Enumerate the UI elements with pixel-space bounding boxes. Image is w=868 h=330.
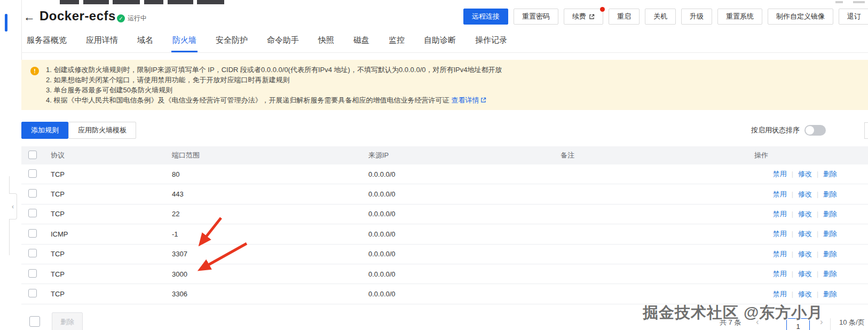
select-all-checkbox[interactable]: [28, 151, 37, 159]
firewall-notice: ! 1. 创建或修改防火墙规则时，限制IP来源可填写单个 IP，CIDR 段或者…: [21, 60, 868, 110]
row-actions-cell: 禁用|修改|删除: [754, 169, 868, 179]
pagination-prev-icon[interactable]: ‹: [756, 317, 759, 327]
row-action-修改[interactable]: 修改: [798, 229, 812, 239]
button-label: 重启: [617, 12, 631, 21]
row-action-修改[interactable]: 修改: [798, 190, 812, 199]
row-checkbox-cell: [21, 289, 51, 299]
warning-icon: !: [30, 67, 39, 75]
tab-磁盘[interactable]: 磁盘: [352, 34, 370, 52]
external-link-icon: [480, 97, 486, 103]
row-action-修改[interactable]: 修改: [798, 289, 812, 299]
upgrade-button[interactable]: 升级: [681, 9, 712, 25]
button-label: 关机: [653, 12, 667, 21]
table-header-row: 协议端口范围来源IP备注操作: [21, 146, 868, 164]
tab-操作记录[interactable]: 操作记录: [474, 34, 508, 52]
tab-域名[interactable]: 域名: [136, 34, 154, 52]
renew-button[interactable]: 续费: [564, 9, 603, 25]
row-action-修改[interactable]: 修改: [798, 249, 812, 259]
button-label: 制作自定义镜像: [776, 12, 825, 21]
tab-安全防护[interactable]: 安全防护: [215, 34, 249, 52]
row-action-修改[interactable]: 修改: [798, 169, 812, 179]
panel-collapse-handle[interactable]: ‹: [9, 193, 17, 219]
table-row: TCP220.0.0.0/0禁用|修改|删除: [21, 205, 868, 224]
row-checkbox-cell: [21, 169, 51, 179]
row-checkbox[interactable]: [28, 189, 37, 198]
row-action-删除[interactable]: 删除: [823, 169, 837, 179]
row-checkbox[interactable]: [28, 209, 37, 217]
source-ip-cell: 0.0.0.0/0: [368, 250, 561, 258]
row-action-删除[interactable]: 删除: [823, 289, 837, 299]
notice-line: 3. 单台服务器最多可创建50条防火墙规则: [46, 85, 859, 95]
tab-自助诊断[interactable]: 自助诊断: [423, 34, 457, 52]
row-action-删除[interactable]: 删除: [823, 229, 837, 239]
sort-toggle[interactable]: [804, 125, 826, 136]
row-checkbox[interactable]: [28, 269, 37, 278]
notice-line: 4. 根据《中华人民共和国电信条例》及《电信业务经营许可管理办法》，开展递归解析…: [46, 95, 859, 105]
action-separator: |: [792, 270, 793, 278]
table-row: TCP33060.0.0.0/0禁用|修改|删除: [21, 284, 868, 304]
external-link-icon: [589, 14, 595, 20]
reset-password-button[interactable]: 重置密码: [514, 9, 558, 25]
row-action-禁用[interactable]: 禁用: [773, 169, 787, 179]
row-checkbox-cell: [21, 229, 51, 239]
tab-快照[interactable]: 快照: [317, 34, 335, 52]
apply-firewall-template-button[interactable]: 应用防火墙模板: [68, 122, 136, 139]
row-checkbox[interactable]: [28, 229, 37, 238]
status-label: 运行中: [128, 14, 147, 23]
sort-label: 按启用状态排序: [751, 125, 800, 135]
row-checkbox-cell: [21, 269, 51, 279]
batch-delete-button[interactable]: 删除: [52, 312, 83, 330]
tab-监控[interactable]: 监控: [388, 34, 406, 52]
add-rule-button[interactable]: 添加规则: [21, 122, 68, 139]
row-action-删除[interactable]: 删除: [823, 190, 837, 199]
protocol-cell: ICMP: [51, 230, 172, 238]
row-checkbox[interactable]: [28, 249, 37, 257]
make-custom-image-button[interactable]: 制作自定义镜像: [768, 9, 833, 25]
shutdown-button[interactable]: 关机: [645, 9, 676, 25]
button-label: 重置系统: [726, 12, 754, 21]
page-size-selector[interactable]: 10 条/页: [839, 318, 865, 327]
batch-select-checkbox[interactable]: [29, 316, 40, 327]
reset-system-button[interactable]: 重置系统: [717, 9, 762, 25]
row-action-修改[interactable]: 修改: [798, 269, 812, 279]
row-action-禁用[interactable]: 禁用: [773, 190, 787, 199]
header-actions: 远程连接重置密码续费重启关机升级重置系统制作自定义镜像退订: [463, 9, 868, 25]
row-action-删除[interactable]: 删除: [823, 269, 837, 279]
clipped-edge-control: [864, 122, 868, 139]
tab-防火墙[interactable]: 防火墙: [171, 34, 198, 52]
row-action-禁用[interactable]: 禁用: [773, 249, 787, 259]
row-checkbox-cell: [21, 209, 51, 219]
tab-命令助手[interactable]: 命令助手: [266, 34, 300, 52]
row-action-修改[interactable]: 修改: [798, 209, 812, 219]
action-separator: |: [792, 230, 793, 238]
row-action-删除[interactable]: 删除: [823, 249, 837, 259]
row-checkbox[interactable]: [28, 169, 37, 178]
unsubscribe-button[interactable]: 退订: [839, 9, 868, 25]
row-action-禁用[interactable]: 禁用: [773, 289, 787, 299]
row-action-删除[interactable]: 删除: [823, 209, 837, 219]
source-ip-cell: 0.0.0.0/0: [368, 170, 561, 178]
pagination-current-page[interactable]: 1: [786, 318, 810, 330]
row-action-禁用[interactable]: 禁用: [773, 209, 787, 219]
row-action-禁用[interactable]: 禁用: [773, 269, 787, 279]
port-range-cell: 3307: [172, 250, 368, 258]
restart-button[interactable]: 重启: [609, 9, 640, 25]
source-ip-cell: 0.0.0.0/0: [368, 290, 561, 298]
tab-服务器概览[interactable]: 服务器概览: [26, 34, 68, 52]
source-ip-cell: 0.0.0.0/0: [368, 190, 561, 198]
remote-connect-button[interactable]: 远程连接: [463, 9, 508, 25]
button-label: 远程连接: [472, 12, 500, 21]
action-separator: |: [817, 250, 818, 258]
pagination-next-icon[interactable]: ›: [820, 317, 823, 327]
row-checkbox[interactable]: [28, 289, 37, 297]
chevron-left-icon: ‹: [12, 203, 14, 210]
tab-应用详情[interactable]: 应用详情: [85, 34, 119, 52]
view-details-link[interactable]: 查看详情: [451, 95, 486, 105]
row-actions-cell: 禁用|修改|删除: [754, 249, 868, 259]
protocol-cell: TCP: [51, 210, 172, 218]
clipped-top-right-mark: [835, 1, 843, 3]
running-check-icon: ✓: [117, 14, 125, 22]
clipped-top-right-mark: [853, 1, 865, 3]
row-action-禁用[interactable]: 禁用: [773, 229, 787, 239]
back-button[interactable]: ←: [23, 10, 35, 25]
